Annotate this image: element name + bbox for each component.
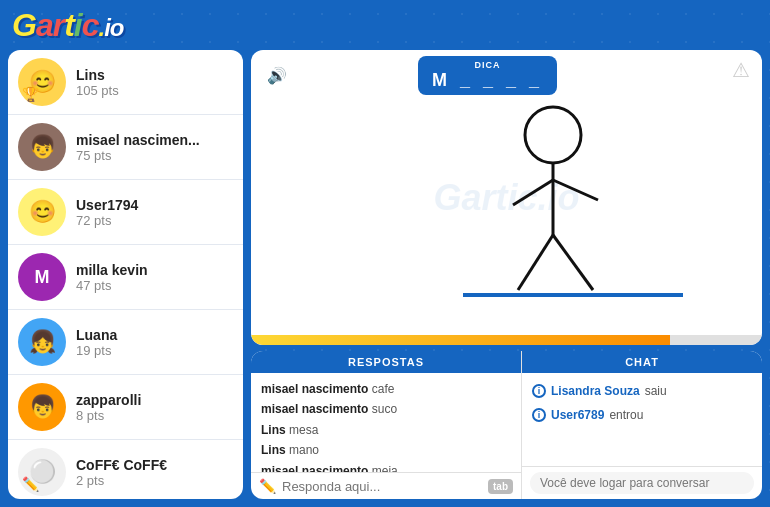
hint-label: DICA [432, 60, 543, 70]
player-info: zapparolli 8 pts [76, 392, 233, 423]
canvas-area: 🔊 DICA M _ _ _ _ i [251, 50, 762, 345]
response-item: misael nascimento meia [261, 461, 511, 472]
chat-item: i Lisandra Souza saiu [532, 379, 752, 403]
chat-header: CHAT [522, 351, 762, 373]
info-circle: i [532, 408, 546, 422]
player-pts: 8 pts [76, 408, 233, 423]
hint-word: M _ _ _ _ [432, 70, 543, 91]
player-pts: 2 pts [76, 473, 233, 488]
player-pts: 75 pts [76, 148, 233, 163]
response-input[interactable] [282, 479, 482, 494]
responses-list: misael nascimento cafemisael nascimento … [251, 373, 521, 472]
avatar: ⚪ ✏️ [18, 448, 66, 496]
player-item: M milla kevin 47 pts [8, 245, 243, 310]
hint-box: DICA M _ _ _ _ [418, 56, 557, 95]
player-pts: 105 pts [76, 83, 233, 98]
chat-input-bar [522, 466, 762, 499]
player-list: 😊 🏆 Lins 105 pts 👦 misael nascimen... 75… [8, 50, 243, 499]
player-name: zapparolli [76, 392, 233, 408]
svg-text:i: i [696, 70, 699, 84]
stick-figure [463, 95, 683, 325]
player-item: 😊 User1794 72 pts [8, 180, 243, 245]
right-panel: 🔊 DICA M _ _ _ _ i [251, 50, 762, 499]
chat-user-name: Lisandra Souza [551, 379, 640, 403]
avatar: 👦 [18, 383, 66, 431]
player-name: User1794 [76, 197, 233, 213]
pencil-icon: ✏️ [259, 478, 276, 494]
bottom-panel: RESPOSTAS misael nascimento cafemisael n… [251, 351, 762, 499]
player-name: Luana [76, 327, 233, 343]
player-info: Lins 105 pts [76, 67, 233, 98]
avatar: M [18, 253, 66, 301]
sound-button[interactable]: 🔊 [263, 62, 291, 90]
player-info: misael nascimen... 75 pts [76, 132, 233, 163]
player-name: CoFF€ CoFF€ [76, 457, 233, 473]
chat-user-name: User6789 [551, 403, 604, 427]
avatar: 😊 [18, 188, 66, 236]
chat-item: i User6789 entrou [532, 403, 752, 427]
player-info: CoFF€ CoFF€ 2 pts [76, 457, 233, 488]
svg-line-6 [513, 180, 553, 205]
header: Gartic.io [0, 0, 770, 50]
response-input-bar: ✏️ tab [251, 472, 521, 499]
svg-point-4 [525, 107, 581, 163]
avatar: 👦 [18, 123, 66, 171]
info-circle: i [532, 384, 546, 398]
player-pts: 47 pts [76, 278, 233, 293]
canvas-top-bar: 🔊 DICA M _ _ _ _ i [251, 50, 762, 101]
progress-bar-container [251, 335, 762, 345]
player-info: milla kevin 47 pts [76, 262, 233, 293]
chat-section: CHAT i Lisandra Souza saiu i User6789 en… [522, 351, 762, 499]
player-info: Luana 19 pts [76, 327, 233, 358]
warning-icon[interactable]: ⚠ [732, 58, 750, 82]
info-button[interactable]: i [684, 62, 712, 90]
svg-line-9 [553, 235, 593, 290]
progress-bar-fill [251, 335, 670, 345]
svg-line-7 [553, 180, 598, 200]
player-item: ⚪ ✏️ CoFF€ CoFF€ 2 pts [8, 440, 243, 499]
response-item: misael nascimento suco [261, 399, 511, 419]
avatar: 😊 🏆 [18, 58, 66, 106]
avatar: 👧 [18, 318, 66, 366]
player-item: 👦 zapparolli 8 pts [8, 375, 243, 440]
responses-header: RESPOSTAS [251, 351, 521, 373]
player-name: misael nascimen... [76, 132, 233, 148]
chat-input[interactable] [530, 472, 754, 494]
response-item: Lins mesa [261, 420, 511, 440]
response-item: Lins mano [261, 440, 511, 460]
svg-line-8 [518, 235, 553, 290]
chat-action: entrou [609, 403, 643, 427]
player-name: Lins [76, 67, 233, 83]
tab-badge: tab [488, 479, 513, 494]
player-item: 😊 🏆 Lins 105 pts [8, 50, 243, 115]
player-item: 👧 Luana 19 pts [8, 310, 243, 375]
chat-list: i Lisandra Souza saiu i User6789 entrou [522, 373, 762, 466]
chat-action: saiu [645, 379, 667, 403]
player-pts: 72 pts [76, 213, 233, 228]
responses-section: RESPOSTAS misael nascimento cafemisael n… [251, 351, 522, 499]
player-pts: 19 pts [76, 343, 233, 358]
main-layout: 😊 🏆 Lins 105 pts 👦 misael nascimen... 75… [0, 50, 770, 507]
player-item: 👦 misael nascimen... 75 pts [8, 115, 243, 180]
logo: Gartic.io [12, 7, 123, 44]
response-item: misael nascimento cafe [261, 379, 511, 399]
player-info: User1794 72 pts [76, 197, 233, 228]
player-name: milla kevin [76, 262, 233, 278]
